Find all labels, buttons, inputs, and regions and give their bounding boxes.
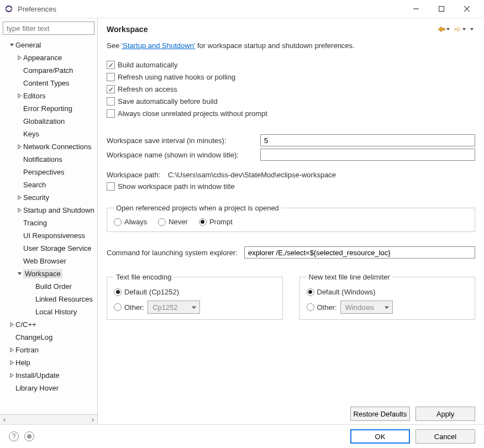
encoding-other-radio[interactable]: Other: — [114, 303, 144, 312]
tree-item-fortran[interactable]: Fortran — [0, 344, 97, 356]
tree-item-compare-patch[interactable]: Compare/Patch — [0, 64, 97, 77]
scroll-right-icon[interactable]: › — [90, 416, 96, 424]
checkbox-label: Refresh on access — [118, 85, 177, 93]
close-button[interactable] — [454, 1, 480, 17]
help-icon[interactable]: ? — [9, 431, 19, 441]
radio-icon — [307, 288, 314, 296]
tree-item-label: Install/Update — [15, 371, 60, 380]
tree-item-perspectives[interactable]: Perspectives — [0, 166, 97, 178]
cancel-button[interactable]: Cancel — [415, 429, 475, 444]
tree-item-security[interactable]: Security — [0, 191, 97, 204]
save-before-build-checkbox[interactable]: Save automatically before build — [107, 97, 475, 106]
tree-item-label: Search — [23, 181, 46, 189]
tree-item-label: Library Hover — [15, 384, 59, 392]
tree-item-error-reporting[interactable]: Error Reporting — [0, 102, 97, 115]
chevron-right-icon[interactable] — [8, 373, 15, 378]
tree-item-appearance[interactable]: Appearance — [0, 51, 97, 64]
open-ref-always-radio[interactable]: Always — [114, 218, 147, 226]
view-menu-button[interactable] — [469, 27, 475, 31]
tree-item-label: General — [15, 41, 41, 49]
restore-defaults-button[interactable]: Restore Defaults — [350, 407, 410, 421]
chevron-right-icon[interactable] — [8, 347, 15, 352]
show-path-title-checkbox[interactable]: Show workspace path in window title — [107, 182, 475, 191]
workspace-name-input[interactable] — [260, 149, 475, 161]
apply-button[interactable]: Apply — [415, 407, 475, 421]
tree-item-label: Notifications — [23, 155, 62, 164]
encoding-legend: Text file encoding — [114, 273, 173, 281]
intro-suffix: for workspace startup and shutdown prefe… — [195, 41, 354, 50]
radio-label: Always — [124, 218, 147, 226]
preferences-tree[interactable]: GeneralAppearanceCompare/PatchContent Ty… — [0, 38, 97, 414]
tree-item-label: Compare/Patch — [23, 66, 73, 75]
tree-item-linked-resources[interactable]: Linked Resources — [0, 293, 97, 305]
chevron-right-icon[interactable] — [15, 195, 23, 200]
tree-item-c-c-[interactable]: C/C++ — [0, 318, 97, 331]
tree-item-workspace[interactable]: Workspace — [0, 267, 97, 280]
save-interval-input[interactable] — [260, 134, 475, 146]
chevron-down-icon[interactable] — [8, 43, 15, 48]
radio-icon — [114, 288, 122, 296]
encoding-other-combo[interactable]: Cp1252 — [148, 301, 200, 314]
open-ref-never-radio[interactable]: Never — [158, 218, 188, 226]
tree-item-keys[interactable]: Keys — [0, 128, 97, 140]
tree-item-network-connections[interactable]: Network Connections — [0, 140, 97, 153]
import-export-icon[interactable] — [24, 431, 34, 441]
tree-item-user-storage-service[interactable]: User Storage Service — [0, 242, 97, 255]
encoding-default-radio[interactable]: Default (Cp1252) — [114, 288, 276, 296]
horizontal-scrollbar[interactable]: ‹ › — [0, 414, 97, 424]
tree-item-install-update[interactable]: Install/Update — [0, 369, 97, 382]
forward-button[interactable] — [453, 26, 467, 33]
tree-item-label: Security — [23, 193, 49, 202]
back-button[interactable] — [436, 26, 451, 33]
tree-item-general[interactable]: General — [0, 39, 97, 51]
refresh-on-access-checkbox[interactable]: Refresh on access — [107, 85, 475, 93]
open-ref-prompt-radio[interactable]: Prompt — [199, 218, 233, 226]
delimiter-other-combo[interactable]: Windows — [340, 301, 393, 314]
tree-item-local-history[interactable]: Local History — [0, 305, 97, 318]
chevron-down-icon[interactable] — [15, 271, 23, 276]
footer: ? OK Cancel — [0, 424, 484, 448]
tree-item-content-types[interactable]: Content Types — [0, 77, 97, 89]
tree-item-startup-and-shutdown[interactable]: Startup and Shutdown — [0, 204, 97, 217]
workspace-name-label: Workspace name (shown in window title): — [107, 151, 256, 159]
tree-item-label: Web Browser — [23, 257, 66, 265]
tree-item-library-hover[interactable]: Library Hover — [0, 382, 97, 394]
delimiter-legend: New text file line delimiter — [307, 273, 392, 281]
chevron-right-icon[interactable] — [8, 322, 15, 327]
close-unrelated-checkbox[interactable]: Always close unrelated projects without … — [107, 109, 475, 118]
tree-item-web-browser[interactable]: Web Browser — [0, 255, 97, 267]
app-icon — [4, 4, 13, 13]
tree-item-tracing[interactable]: Tracing — [0, 217, 97, 229]
chevron-right-icon[interactable] — [15, 144, 23, 149]
chevron-right-icon[interactable] — [15, 208, 23, 213]
tree-item-notifications[interactable]: Notifications — [0, 153, 97, 166]
maximize-button[interactable] — [429, 1, 454, 17]
launch-command-input[interactable] — [244, 246, 475, 259]
tree-item-changelog[interactable]: ChangeLog — [0, 331, 97, 344]
tree-item-ui-responsiveness[interactable]: UI Responsiveness — [0, 229, 97, 242]
chevron-right-icon[interactable] — [15, 55, 23, 60]
refresh-native-checkbox[interactable]: Refresh using native hooks or polling — [107, 73, 475, 81]
tree-item-help[interactable]: Help — [0, 356, 97, 369]
tree-item-editors[interactable]: Editors — [0, 89, 97, 102]
build-automatically-checkbox[interactable]: Build automatically — [107, 61, 475, 69]
filter-input[interactable] — [3, 22, 94, 35]
chevron-right-icon[interactable] — [15, 93, 23, 98]
checkbox-icon — [107, 73, 115, 81]
sidebar: GeneralAppearanceCompare/PatchContent Ty… — [0, 18, 98, 424]
chevron-right-icon[interactable] — [8, 360, 15, 365]
tree-item-label: Perspectives — [23, 168, 64, 176]
tree-item-label: Globalization — [23, 117, 65, 125]
minimize-button[interactable] — [403, 1, 429, 17]
tree-item-globalization[interactable]: Globalization — [0, 115, 97, 128]
startup-shutdown-link[interactable]: 'Startup and Shutdown' — [122, 41, 196, 50]
delimiter-default-radio[interactable]: Default (Windows) — [307, 288, 469, 296]
tree-item-build-order[interactable]: Build Order — [0, 280, 97, 293]
checkbox-label: Show workspace path in window title — [118, 182, 235, 191]
tree-item-search[interactable]: Search — [0, 178, 97, 191]
delimiter-other-radio[interactable]: Other: — [307, 303, 337, 312]
scroll-left-icon[interactable]: ‹ — [1, 416, 8, 424]
tree-item-label: UI Responsiveness — [23, 231, 85, 240]
checkbox-label: Save automatically before build — [118, 97, 218, 106]
ok-button[interactable]: OK — [350, 429, 410, 444]
